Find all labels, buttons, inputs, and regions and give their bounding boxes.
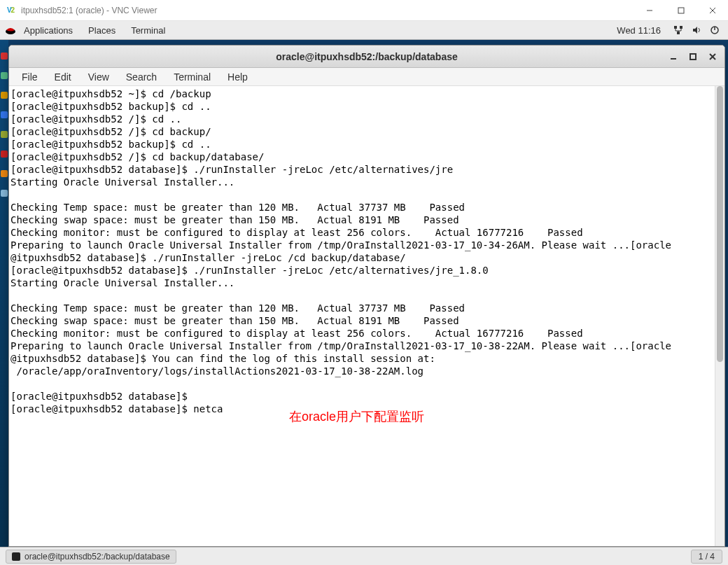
clock[interactable]: Wed 11:16 — [617, 25, 661, 36]
terminal-titlebar: oracle@itpuxhsdb52:/backup/database — [9, 46, 724, 68]
terminal-menu-help[interactable]: Help — [220, 70, 255, 84]
svg-rect-6 — [690, 54, 696, 60]
terminal-scrollbar-thumb[interactable] — [717, 86, 723, 362]
vnc-maximize-button[interactable] — [665, 0, 696, 21]
terminal-menu-edit[interactable]: Edit — [48, 70, 78, 84]
vnc-viewer-window: V2 itpuxhsdb52:1 (oracle) - VNC Viewer A… — [0, 0, 728, 565]
terminal-title: oracle@itpuxhsdb52:/backup/database — [276, 51, 458, 62]
svg-rect-4 — [677, 32, 680, 34]
terminal-menu-search[interactable]: Search — [119, 70, 164, 84]
vnc-logo-icon: V2 — [4, 4, 17, 17]
terminal-menu-file[interactable]: File — [15, 70, 45, 84]
desktop-left-edge — [0, 40, 8, 547]
workspace-label: 1 / 4 — [699, 552, 715, 561]
terminal-close-button[interactable] — [705, 49, 720, 64]
menu-terminal[interactable]: Terminal — [131, 25, 165, 36]
gnome-bottom-panel: oracle@itpuxhsdb52:/backup/database 1 / … — [0, 547, 728, 565]
network-icon[interactable] — [672, 24, 685, 36]
gnome-top-bar: Applications Places Terminal Wed 11:16 — [0, 21, 728, 40]
taskbar-entry-label: oracle@itpuxhsdb52:/backup/database — [24, 552, 170, 561]
terminal-window: oracle@itpuxhsdb52:/backup/database File… — [8, 45, 725, 547]
terminal-task-icon — [12, 552, 20, 561]
workspace-indicator[interactable]: 1 / 4 — [691, 550, 722, 564]
vnc-close-button[interactable] — [696, 0, 728, 21]
terminal-scrollbar[interactable] — [715, 86, 724, 546]
volume-icon[interactable] — [690, 24, 703, 36]
terminal-body[interactable]: [oracle@itpuxhsdb52 ~]$ cd /backup [orac… — [9, 86, 724, 546]
redhat-logo-icon — [4, 24, 17, 36]
svg-rect-3 — [680, 26, 682, 29]
svg-rect-0 — [678, 8, 684, 13]
vnc-window-controls — [634, 0, 728, 21]
terminal-menu-terminal[interactable]: Terminal — [167, 70, 218, 84]
linux-desktop: Applications Places Terminal Wed 11:16 — [0, 21, 728, 565]
taskbar-entry-terminal[interactable]: oracle@itpuxhsdb52:/backup/database — [6, 550, 176, 564]
terminal-window-controls — [666, 46, 720, 67]
terminal-menu-view[interactable]: View — [81, 70, 116, 84]
menu-applications[interactable]: Applications — [24, 25, 73, 36]
terminal-menubar: File Edit View Search Terminal Help — [9, 68, 724, 86]
terminal-output[interactable]: [oracle@itpuxhsdb52 ~]$ cd /backup [orac… — [9, 86, 715, 546]
svg-rect-2 — [674, 26, 677, 29]
vnc-minimize-button[interactable] — [634, 0, 665, 21]
menu-places[interactable]: Places — [88, 25, 115, 36]
terminal-maximize-button[interactable] — [685, 49, 701, 64]
power-icon[interactable] — [708, 24, 721, 36]
vnc-titlebar: V2 itpuxhsdb52:1 (oracle) - VNC Viewer — [0, 0, 728, 21]
vnc-window-title: itpuxhsdb52:1 (oracle) - VNC Viewer — [21, 6, 158, 15]
terminal-minimize-button[interactable] — [666, 49, 681, 64]
